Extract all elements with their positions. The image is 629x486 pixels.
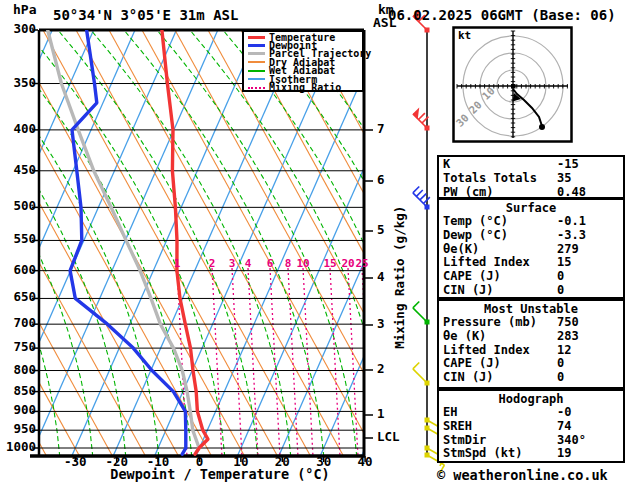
legend: TemperatureDewpointParcel TrajectoryDry … — [242, 30, 364, 92]
panel-row: CAPE (J)0 — [443, 357, 619, 371]
legend-swatch-wet-adiabat — [248, 70, 265, 72]
panel-row: Lifted Index12 — [443, 344, 619, 358]
temp-tick-label: 30 — [302, 456, 346, 469]
panel-row: StmSpd (kt)19 — [443, 447, 619, 461]
panel-row-value: 0 — [557, 270, 564, 284]
panel-row-value: 74 — [557, 420, 571, 434]
legend-swatch-temperature — [248, 36, 265, 39]
surface-panel-title: Surface — [443, 201, 619, 215]
temp-tick-label: 0 — [178, 456, 222, 469]
panel-row-label: Lifted Index — [443, 343, 530, 357]
mixing-ratio-value-label: 1 — [165, 258, 189, 269]
mixing-ratio-value-label: 25 — [350, 258, 374, 269]
panel-row-label: SREH — [443, 419, 472, 433]
temp-tick-label: 40 — [343, 456, 387, 469]
altitude-tick-label: 6 — [377, 174, 385, 187]
pressure-tick-label: 450 — [4, 164, 36, 177]
pressure-tick-label: 300 — [4, 23, 36, 36]
panel-row-label: Totals Totals — [443, 171, 537, 185]
temp-tick-label: -20 — [95, 456, 139, 469]
hodograph-panel: Hodograph EH-0SREH74StmDir340°StmSpd (kt… — [437, 389, 625, 463]
mixing-ratio-axis-label: Mixing Ratio (g/kg) — [394, 197, 407, 357]
pressure-tick-label: 550 — [4, 233, 36, 246]
pressure-tick-label: 600 — [4, 264, 36, 277]
panel-row-label: EH — [443, 405, 457, 419]
legend-swatch-dewpoint — [248, 44, 265, 47]
panel-row-label: CIN (J) — [443, 370, 494, 384]
panel-row-value: 279 — [557, 243, 579, 257]
panel-row: Pressure (mb)750 — [443, 316, 619, 330]
altitude-tick-label: 1 — [377, 408, 385, 421]
pressure-tick-label: 400 — [4, 123, 36, 136]
panel-row: Lifted Index15 — [443, 256, 619, 270]
legend-swatch-isotherm — [248, 78, 265, 80]
panel-row-value: 340° — [557, 434, 586, 448]
legend-swatch-parcel-trajectory — [248, 52, 265, 55]
indices-panel: K-15Totals Totals35PW (cm)0.48 — [437, 155, 625, 199]
panel-row-value: -15 — [557, 158, 579, 172]
panel-row: K-15 — [443, 158, 619, 172]
legend-swatch-dry-adiabat — [248, 61, 265, 63]
most-unstable-panel: Most Unstable Pressure (mb)750θe (K)283L… — [437, 299, 625, 389]
panel-row-label: CIN (J) — [443, 283, 494, 297]
panel-row-label: StmDir — [443, 433, 486, 447]
panel-row: SREH74 — [443, 420, 619, 434]
altitude-tick-label: 5 — [377, 224, 385, 237]
panel-row: CIN (J)0 — [443, 371, 619, 385]
panel-row-label: Temp (°C) — [443, 214, 508, 228]
pressure-tick-label: 1000 — [4, 441, 36, 454]
altitude-tick-label: LCL — [377, 431, 400, 444]
panel-row-value: 12 — [557, 344, 571, 358]
skewt-sounding-page: hPa 50°34'N 3°05'E 31m ASL 06.02.2025 06… — [0, 0, 629, 486]
panel-row-value: 750 — [557, 316, 579, 330]
mixing-ratio-value-label: 10 — [291, 258, 315, 269]
legend-swatch-mixing-ratio — [248, 87, 265, 89]
panel-row-label: CAPE (J) — [443, 269, 501, 283]
panel-row-label: PW (cm) — [443, 185, 494, 199]
pressure-tick-label: 850 — [4, 385, 36, 398]
panel-row-value: 0 — [557, 357, 564, 371]
panel-row: Temp (°C)-0.1 — [443, 215, 619, 229]
panel-row-value: -0 — [557, 406, 571, 420]
legend-item-label: Mixing Ratio — [269, 83, 341, 92]
asl-axis-unit: ASL — [373, 16, 396, 29]
panel-row: θe (K)283 — [443, 330, 619, 344]
temp-tick-label: -30 — [53, 456, 97, 469]
panel-row-label: Lifted Index — [443, 255, 530, 269]
altitude-tick-label: 3 — [377, 318, 385, 331]
temp-tick-label: 20 — [260, 456, 304, 469]
panel-row: Totals Totals35 — [443, 172, 619, 186]
panel-row-value: -0.1 — [557, 215, 586, 229]
pressure-tick-label: 800 — [4, 364, 36, 377]
panel-row-label: θe(K) — [443, 242, 479, 256]
pressure-tick-label: 700 — [4, 317, 36, 330]
temp-tick-label: 10 — [219, 456, 263, 469]
pressure-tick-label: 650 — [4, 291, 36, 304]
panel-row-label: StmSpd (kt) — [443, 446, 522, 460]
panel-row-label: Dewp (°C) — [443, 228, 508, 242]
hodograph-kt-label: kt — [458, 30, 471, 41]
altitude-tick-label: 2 — [377, 363, 385, 376]
panel-row: θe(K)279 — [443, 243, 619, 257]
pressure-tick-label: 350 — [4, 77, 36, 90]
hodograph-panel-title: Hodograph — [443, 392, 619, 406]
panel-row-value: 283 — [557, 330, 579, 344]
most-unstable-panel-title: Most Unstable — [443, 302, 619, 316]
panel-row: CAPE (J)0 — [443, 270, 619, 284]
pressure-tick-label: 500 — [4, 200, 36, 213]
run-date-label: 06.02.2025 06GMT (Base: 06) — [388, 8, 616, 22]
panel-row-label: K — [443, 157, 450, 171]
page-title: 50°34'N 3°05'E 31m ASL — [53, 8, 238, 22]
panel-row: CIN (J)0 — [443, 284, 619, 298]
legend-item: Mixing Ratio — [248, 83, 362, 91]
pressure-tick-label: 900 — [4, 404, 36, 417]
panel-row-value: 15 — [557, 256, 571, 270]
surface-panel: Surface Temp (°C)-0.1Dewp (°C)-3.3θe(K)2… — [437, 198, 625, 299]
temp-tick-label: -10 — [136, 456, 180, 469]
panel-row-value: 0 — [557, 284, 564, 298]
altitude-tick-label: 4 — [377, 271, 385, 284]
panel-row: StmDir340° — [443, 434, 619, 448]
panel-row: EH-0 — [443, 406, 619, 420]
panel-row-value: 35 — [557, 172, 571, 186]
panel-row-value: -3.3 — [557, 229, 586, 243]
